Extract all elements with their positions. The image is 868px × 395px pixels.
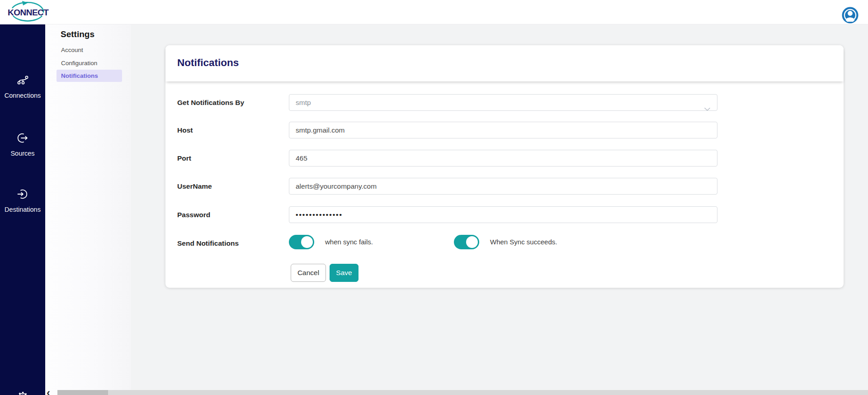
- app-logo[interactable]: KONNECT: [6, 0, 50, 24]
- horizontal-scrollbar[interactable]: [57, 390, 868, 395]
- primary-sidebar: Connections Sources Destinations Setting…: [0, 24, 45, 395]
- destinations-icon: [16, 188, 29, 200]
- toggle-knob: [301, 236, 313, 248]
- password-input[interactable]: [289, 206, 717, 223]
- logo-text: KONNECT: [8, 8, 48, 18]
- sidebar-item-settings[interactable]: Settings: [0, 390, 45, 395]
- gear-icon: [16, 390, 29, 395]
- field-label-port: Port: [177, 150, 283, 167]
- toggle-knob: [466, 236, 478, 248]
- port-input[interactable]: [289, 150, 717, 167]
- save-button[interactable]: Save: [330, 264, 359, 282]
- toggle-sync-succeeds[interactable]: [454, 235, 479, 249]
- top-bar: KONNECT: [0, 0, 868, 24]
- sidebar-item-label: Destinations: [0, 206, 45, 213]
- username-input[interactable]: [289, 178, 717, 195]
- sidebar-item-connections[interactable]: Connections: [0, 74, 45, 99]
- sidebar-item-label: Connections: [0, 92, 45, 99]
- cancel-button[interactable]: Cancel: [291, 264, 326, 282]
- sidebar-item-destinations[interactable]: Destinations: [0, 188, 45, 213]
- user-avatar-icon[interactable]: [842, 7, 859, 24]
- card-title: Notifications: [177, 57, 239, 69]
- field-label-username: UserName: [177, 178, 283, 195]
- toggle-sync-fails[interactable]: [289, 235, 314, 249]
- field-label-get-notifications-by: Get Notifications By: [177, 94, 283, 111]
- connections-icon: [16, 74, 29, 86]
- field-label-send-notifications: Send Notifications: [177, 235, 283, 252]
- card-body: Get Notifications By smtp Host Port User…: [165, 81, 844, 288]
- host-input[interactable]: [289, 122, 717, 138]
- toggle-label-sync-succeeds: When Sync succeeds.: [490, 235, 557, 249]
- sources-icon: [16, 132, 29, 144]
- notifications-card: Notifications Get Notifications By smtp …: [165, 45, 844, 288]
- settings-nav-item-account[interactable]: Account: [57, 44, 122, 56]
- chevron-down-icon: [704, 101, 711, 117]
- field-label-password: Password: [177, 206, 283, 223]
- scrollbar-thumb[interactable]: [57, 390, 108, 395]
- settings-nav-title: Settings: [61, 29, 94, 39]
- field-label-host: Host: [177, 122, 283, 138]
- settings-nav-item-notifications[interactable]: Notifications: [57, 70, 122, 82]
- collapse-chevron-icon[interactable]: ‹: [47, 387, 50, 395]
- settings-nav-item-configuration[interactable]: Configuration: [57, 57, 122, 69]
- sidebar-item-label: Sources: [0, 150, 45, 157]
- select-value: smtp: [296, 99, 311, 106]
- sidebar-item-sources[interactable]: Sources: [0, 132, 45, 157]
- card-header: Notifications: [165, 45, 844, 81]
- settings-nav-panel: Settings Account Configuration Notificat…: [45, 24, 131, 395]
- toggle-label-sync-fails: when sync fails.: [325, 235, 373, 249]
- notification-method-select[interactable]: smtp: [289, 94, 717, 111]
